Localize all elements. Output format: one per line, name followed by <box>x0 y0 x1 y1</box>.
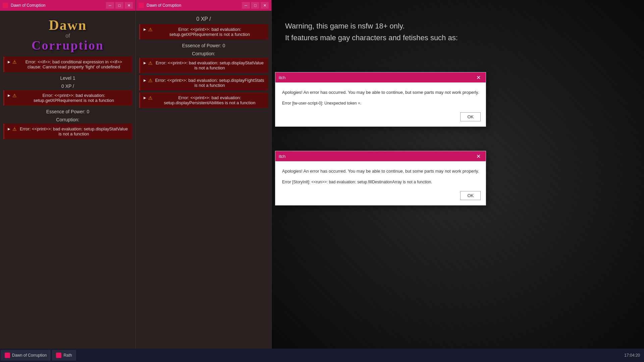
taskbar-icon-2 <box>56 353 61 358</box>
dialog-message-2: Apologies! An error has occurred. You ma… <box>282 168 479 175</box>
dialog-message-1: Apologies! An error has occurred. You ma… <box>282 89 479 96</box>
level-text: Level 1 <box>60 75 75 81</box>
taskbar-label-2: Rath <box>63 353 72 358</box>
error-block-m3[interactable]: ▶ ⚠ Error: <<print>>: bad evaluation: se… <box>139 75 268 90</box>
error-text-3: Error: <<print>>: bad evaluation: setup.… <box>19 126 129 136</box>
close-button-left[interactable]: ✕ <box>125 2 133 9</box>
essence-text-1: Essence of Power: 0 <box>46 109 89 114</box>
maximize-button-middle[interactable]: □ <box>251 2 259 9</box>
taskbar-label-1: Dawn of Corruption <box>12 353 47 358</box>
window-left: Dawn of Corruption ─ □ ✕ Dawn of Corrupt… <box>0 0 136 349</box>
warning-icon-m1: ⚠ <box>148 27 153 32</box>
window-controls-middle: ─ □ ✕ <box>242 2 269 9</box>
taskbar-item-1[interactable]: Dawn of Corruption <box>1 350 51 361</box>
dialog-titlebar-2: itch ✕ <box>275 151 486 161</box>
window-title-middle: Dawn of Corruption <box>147 3 242 8</box>
right-background: Warning, this game is nsfw 18+ only. It … <box>272 0 644 349</box>
dialog-box-1: itch ✕ Apologies! An error has occurred.… <box>275 72 486 127</box>
arrow-icon-m2: ▶ <box>144 61 146 65</box>
dialog-close-button-2[interactable]: ✕ <box>474 152 482 160</box>
window-title-left: Dawn of Corruption <box>11 3 106 8</box>
close-button-middle[interactable]: ✕ <box>261 2 269 9</box>
arrow-icon-1: ▶ <box>8 60 10 64</box>
essence-text-middle: Essence of Power: 0 <box>182 43 225 48</box>
minimize-button-middle[interactable]: ─ <box>242 2 250 9</box>
dialog-footer-1: OK <box>275 111 486 126</box>
panel-right: Warning, this game is nsfw 18+ only. It … <box>272 0 644 349</box>
taskbar: Dawn of Corruption Rath 17:04:20 <box>0 349 644 362</box>
dialog-error-detail-1: Error [tw-user-script-0]: Unexpected tok… <box>282 101 479 106</box>
app-icon-middle <box>139 3 144 8</box>
error-text-1: Error: <<if>>: bad conditional expressio… <box>19 59 129 69</box>
minimize-button-left[interactable]: ─ <box>106 2 114 9</box>
dialog-ok-button-1[interactable]: OK <box>460 112 481 121</box>
middle-game-content: 0 XP / ▶ ⚠ Error: <<print>>: bad evaluat… <box>136 11 271 349</box>
logo-corruption: Corruption <box>32 39 104 52</box>
error-block-m2[interactable]: ▶ ⚠ Error: <<print>>: bad evaluation: se… <box>139 58 268 73</box>
arrow-icon-3: ▶ <box>8 127 10 131</box>
dialog-error-detail-2: Error [StoryInit]: <<run>>: bad evaluati… <box>282 180 479 184</box>
left-game-content: Dawn of Corruption ▶ ⚠ Error: <<if>>: ba… <box>0 11 136 349</box>
error-text-m1: Error: <<print>>: bad evaluation: setup.… <box>155 27 265 37</box>
error-block-3[interactable]: ▶ ⚠ Error: <<print>>: bad evaluation: se… <box>3 124 132 139</box>
error-block-m1[interactable]: ▶ ⚠ Error: <<print>>: bad evaluation: se… <box>139 24 268 40</box>
titlebar-left: Dawn of Corruption ─ □ ✕ <box>0 0 136 11</box>
error-text-m2: Error: <<print>>: bad evaluation: setup.… <box>155 60 265 70</box>
error-block-2[interactable]: ▶ ⚠ Error: <<print>>: bad evaluation: se… <box>3 90 132 106</box>
dialog-title-label-2: itch <box>279 154 474 159</box>
dialog-footer-2: OK <box>275 189 486 205</box>
arrow-icon-2: ▶ <box>8 94 10 97</box>
dialog-close-button-1[interactable]: ✕ <box>474 73 482 81</box>
dialog-titlebar-1: itch ✕ <box>275 72 486 82</box>
window-middle: Dawn of Corruption ─ □ ✕ 0 XP / ▶ ⚠ Erro… <box>136 0 272 349</box>
taskbar-icon-1 <box>5 353 10 358</box>
taskbar-item-2[interactable]: Rath <box>52 350 76 361</box>
dialog-content-2: Apologies! An error has occurred. You ma… <box>275 161 486 189</box>
error-block-1[interactable]: ▶ ⚠ Error: <<if>>: bad conditional expre… <box>3 57 132 72</box>
warning-icon-m2: ⚠ <box>148 60 153 66</box>
corruption-text-1: Corruption: <box>56 117 79 122</box>
warning-line-1: Warning, this game is nsfw 18+ only. <box>285 20 631 32</box>
dialog-box-2: itch ✕ Apologies! An error has occurred.… <box>275 151 486 205</box>
arrow-icon-m4: ▶ <box>144 96 146 100</box>
error-text-2: Error: <<print>>: bad evaluation: setup.… <box>19 93 129 103</box>
game-logo: Dawn of Corruption <box>32 17 104 52</box>
warning-icon-3: ⚠ <box>12 126 17 132</box>
warning-icon-m3: ⚠ <box>148 78 153 83</box>
titlebar-middle: Dawn of Corruption ─ □ ✕ <box>136 0 271 11</box>
dialog-ok-button-2[interactable]: OK <box>460 191 481 200</box>
warning-icon-1: ⚠ <box>12 59 17 65</box>
warning-text-area: Warning, this game is nsfw 18+ only. It … <box>285 20 631 44</box>
dialog-title-label-1: itch <box>279 75 474 80</box>
taskbar-timestamp: 17:04:20 <box>624 353 640 358</box>
window-controls-left: ─ □ ✕ <box>106 2 133 9</box>
xp-text-middle: 0 XP / <box>196 16 211 22</box>
arrow-icon-m3: ▶ <box>144 78 146 82</box>
xp-text-1: 0 XP / <box>61 83 74 89</box>
error-text-m3: Error: <<print>>: bad evaluation: setup.… <box>155 78 265 88</box>
error-block-m4[interactable]: ▶ ⚠ Error: <<print>>: bad evaluation: se… <box>139 93 268 108</box>
logo-dawn: Dawn <box>32 17 104 33</box>
corruption-text-middle: Corruption: <box>192 51 215 56</box>
arrow-icon-m1: ▶ <box>144 27 146 31</box>
warning-icon-m4: ⚠ <box>148 95 153 101</box>
app-icon-left <box>3 3 8 8</box>
error-text-m4: Error: <<print>>: bad evaluation: setup.… <box>155 95 265 105</box>
maximize-button-left[interactable]: □ <box>115 2 123 9</box>
dialog-content-1: Apologies! An error has occurred. You ma… <box>275 82 486 111</box>
warning-line-2: It features male gay characters and feti… <box>285 32 631 44</box>
warning-icon-2: ⚠ <box>12 93 17 98</box>
